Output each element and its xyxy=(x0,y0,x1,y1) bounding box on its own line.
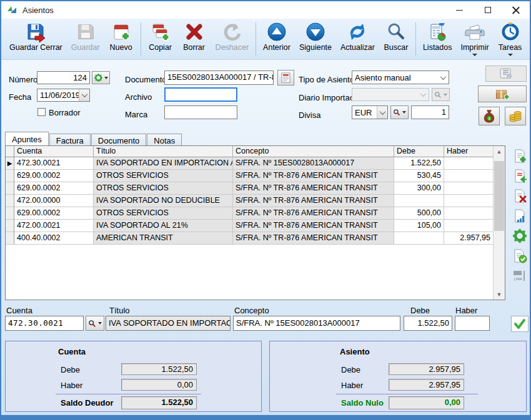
borrar-button[interactable]: Borrar xyxy=(177,19,211,59)
cell-debe: 105,00 xyxy=(394,220,444,232)
imprimir-button[interactable]: Imprimir xyxy=(456,19,493,59)
edit-titulo-label: Título xyxy=(109,306,130,315)
borrador-checkbox[interactable] xyxy=(37,108,46,116)
fecha-value: 11/06/2019 xyxy=(37,90,79,100)
next-icon xyxy=(305,21,326,42)
divisa-select[interactable]: EUR xyxy=(352,105,388,119)
validate-row-button[interactable] xyxy=(512,248,527,263)
table-row[interactable]: 629.00.0002OTROS SERVICIOSS/FRA. Nº TR-8… xyxy=(6,170,493,182)
table-row[interactable]: 472.00.0021IVA SOPORTADO AL 21%S/FRA. Nº… xyxy=(6,220,493,232)
coins-button[interactable] xyxy=(505,107,526,125)
cell-debe: 530,45 xyxy=(394,170,444,182)
dropdown-arrow-icon xyxy=(104,77,108,79)
scroll-up-icon[interactable]: ▲ xyxy=(494,146,505,157)
button-label: Guardar xyxy=(71,43,100,52)
buscar-button[interactable]: Buscar xyxy=(379,19,413,59)
package-add-button[interactable] xyxy=(478,85,527,102)
coins-icon xyxy=(509,109,522,123)
cell-titulo: AMERICAN TRANSIT xyxy=(94,232,233,245)
maximize-button[interactable] xyxy=(474,1,502,19)
row-selector xyxy=(6,232,14,245)
edit-concepto-field[interactable]: S/FRA. Nº 15ES0028013A000017 xyxy=(233,316,400,331)
col-header-cuenta[interactable]: Cuenta xyxy=(14,146,94,157)
tareas-button[interactable]: Tareas xyxy=(494,19,527,59)
documento-field[interactable]: 15ES0028013A000017 / TR-876 xyxy=(164,71,274,85)
row-selector: ▶ xyxy=(6,157,14,170)
guardar-cerrar-button[interactable]: Guardar Cerrar xyxy=(5,19,67,59)
table-row[interactable]: ▶472.30.0021IVA SOPORTADO EN IMPORTACION… xyxy=(6,157,493,170)
cell-cuenta: 472.00.0021 xyxy=(14,220,94,232)
copiar-button[interactable]: Copiar xyxy=(144,19,177,59)
siguiente-button[interactable]: Siguiente xyxy=(295,19,336,59)
tab-notas[interactable]: Notas xyxy=(147,134,182,145)
edit-haber-label: Haber xyxy=(455,306,477,315)
divisa-search-button[interactable] xyxy=(390,105,409,119)
minimize-button[interactable] xyxy=(445,1,474,19)
numero-options-button[interactable] xyxy=(92,71,110,84)
edit-haber-field[interactable] xyxy=(455,316,490,331)
guardar-button[interactable]: Guardar xyxy=(67,19,104,59)
nuevo-button[interactable]: Nuevo xyxy=(104,19,138,59)
asiento-summary-panel: Asiento Debe 2.957,95 Haber 2.957,95 Sal… xyxy=(269,341,527,412)
edit-cuenta-search-button[interactable] xyxy=(86,316,104,331)
table-row[interactable]: 472.00.0000IVA SOPORTADO NO DEDUCIBLES/F… xyxy=(6,195,493,207)
scroll-down-icon[interactable]: ▼ xyxy=(494,289,505,300)
row-selector xyxy=(6,207,14,220)
archivo-field[interactable] xyxy=(164,87,237,102)
cell-titulo: OTROS SERVICIOS xyxy=(94,207,233,220)
insert-row-button[interactable] xyxy=(512,168,527,183)
tab-documento[interactable]: Documento xyxy=(91,134,146,145)
fecha-picker[interactable]: 11/06/2019 xyxy=(37,89,90,102)
notebook-info-icon: i xyxy=(499,68,513,79)
borrador-label: Borrador xyxy=(49,108,81,117)
table-row[interactable]: 629.00.0002OTROS SERVICIOSS/FRA. Nº TR-8… xyxy=(6,207,493,220)
documento-view-button[interactable] xyxy=(277,70,294,85)
col-header-titulo[interactable]: Título xyxy=(94,146,233,157)
listados-button[interactable]: Listados xyxy=(419,19,457,59)
table-row[interactable]: 400.40.0002AMERICAN TRANSITS/FRA. Nº TR-… xyxy=(6,232,493,245)
iva-button[interactable]: | IVA xyxy=(512,268,527,283)
close-icon xyxy=(512,6,520,14)
info-button[interactable]: i xyxy=(485,66,527,82)
cell-cuenta: 400.40.0002 xyxy=(14,232,94,245)
divisa-dropdown-button[interactable] xyxy=(377,106,387,119)
col-header-debe[interactable]: Debe xyxy=(394,146,444,157)
money-bag-icon: $ xyxy=(483,109,495,123)
confirm-row-button[interactable] xyxy=(511,316,529,332)
edit-cuenta-field[interactable]: 472.30.0021 xyxy=(5,316,84,331)
deshacer-button[interactable]: Deshacer xyxy=(211,19,254,59)
diario-importacion-dropdown-button[interactable] xyxy=(418,89,429,100)
actualizar-button[interactable]: Actualizar xyxy=(336,19,379,59)
tipo-asiento-select[interactable]: Asiento manual xyxy=(352,71,449,84)
row-stats-button[interactable] xyxy=(512,208,527,223)
delete-row-icon xyxy=(512,188,527,203)
cell-debe: 300,00 xyxy=(394,182,444,195)
edit-debe-field[interactable]: 1.522,50 xyxy=(404,316,452,331)
cuenta-summary-panel: Cuenta Debe 1.522,50 Haber 0,00 Saldo De… xyxy=(5,341,262,412)
diario-importacion-select[interactable] xyxy=(352,88,429,101)
col-header-concepto[interactable]: Concepto xyxy=(233,146,394,157)
divisa-rate-field[interactable]: 1 xyxy=(411,105,449,119)
add-row-button[interactable] xyxy=(512,149,527,164)
anterior-button[interactable]: Anterior xyxy=(259,19,295,59)
col-header-haber[interactable]: Haber xyxy=(444,146,493,157)
scroll-thumb[interactable] xyxy=(494,161,504,231)
fecha-dropdown-button[interactable] xyxy=(79,89,89,101)
window-border[interactable] xyxy=(0,415,531,420)
grid-settings-button[interactable] xyxy=(512,228,527,243)
delete-row-button[interactable] xyxy=(512,188,527,203)
search-icon xyxy=(393,109,400,116)
tab-factura[interactable]: Factura xyxy=(49,134,91,145)
table-row[interactable]: 629.00.0002OTROS SERVICIOSS/FRA. Nº TR-8… xyxy=(6,182,493,195)
money-bag-button[interactable]: $ xyxy=(479,107,500,125)
grid-vertical-scrollbar[interactable]: ▲ ▼ xyxy=(493,146,505,300)
new-icon xyxy=(111,21,131,42)
diario-importacion-search-button[interactable] xyxy=(432,88,450,101)
close-button[interactable] xyxy=(502,1,530,19)
cell-cuenta: 629.00.0002 xyxy=(14,207,94,220)
tipo-asiento-dropdown-button[interactable] xyxy=(438,71,449,84)
tipo-asiento-label: Tipo de Asiento xyxy=(299,75,354,84)
numero-field[interactable]: 124 xyxy=(37,71,90,84)
marca-field[interactable] xyxy=(164,105,237,119)
tab-apuntes[interactable]: Apuntes xyxy=(5,132,49,145)
